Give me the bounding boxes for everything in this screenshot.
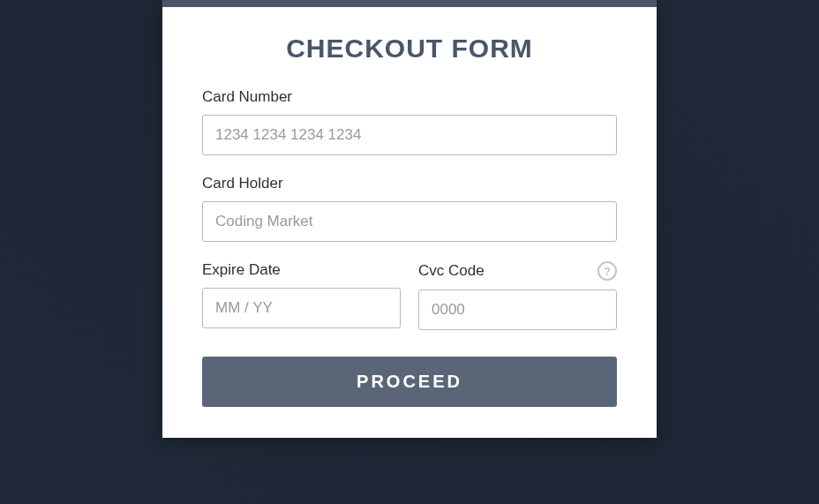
checkout-card: CHECKOUT FORM Card Number Card Holder Ex… <box>162 0 657 438</box>
expire-cvc-row: Expire Date Cvc Code ? <box>202 261 617 330</box>
card-number-group: Card Number <box>202 88 617 155</box>
card-holder-input[interactable] <box>202 201 617 242</box>
help-icon[interactable]: ? <box>597 261 617 281</box>
cvc-code-label: Cvc Code <box>418 262 485 280</box>
cvc-code-input[interactable] <box>418 290 617 330</box>
cvc-code-group: Cvc Code ? <box>418 261 617 330</box>
card-number-label: Card Number <box>202 88 617 106</box>
form-title: CHECKOUT FORM <box>202 34 617 64</box>
card-holder-group: Card Holder <box>202 175 617 242</box>
proceed-button[interactable]: PROCEED <box>202 357 617 407</box>
card-holder-label: Card Holder <box>202 175 617 192</box>
card-number-input[interactable] <box>202 115 617 155</box>
expire-date-input[interactable] <box>202 288 401 328</box>
expire-date-group: Expire Date <box>202 261 401 330</box>
expire-date-label: Expire Date <box>202 261 401 279</box>
